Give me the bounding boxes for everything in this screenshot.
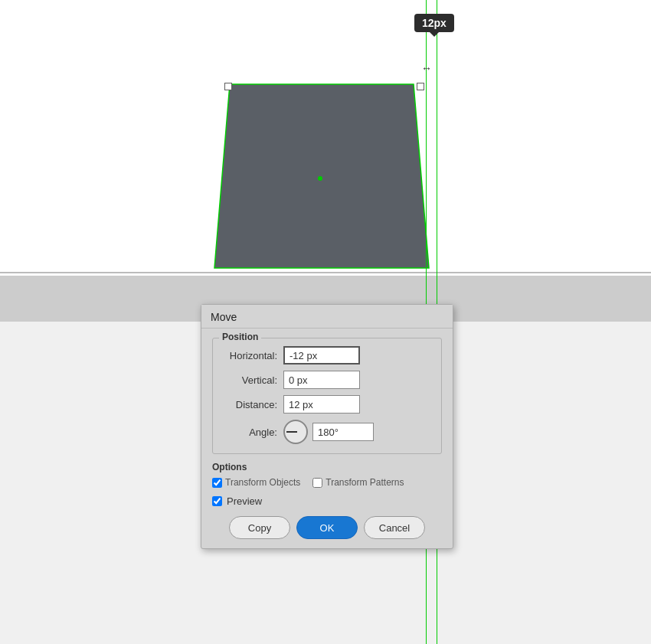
corner-handle-top-right[interactable]: [417, 83, 424, 90]
options-section: Options Transform Objects Transform Patt…: [212, 462, 442, 488]
cancel-button[interactable]: Cancel: [364, 516, 425, 539]
angle-label: Angle:: [222, 427, 283, 438]
resize-handle-icon: ↔: [420, 63, 433, 74]
vertical-input[interactable]: [283, 371, 360, 389]
dialog-body: Position Horizontal: Vertical: Distance:…: [201, 329, 453, 548]
transform-objects-item[interactable]: Transform Objects: [212, 477, 300, 488]
transform-patterns-checkbox[interactable]: [312, 478, 322, 488]
preview-row: Preview: [212, 495, 442, 507]
vertical-label: Vertical:: [222, 374, 283, 386]
horizontal-input[interactable]: [283, 346, 360, 364]
angle-dial[interactable]: [283, 420, 308, 444]
ok-button[interactable]: OK: [296, 516, 358, 539]
horizontal-label: Horizontal:: [222, 350, 283, 361]
options-label: Options: [212, 462, 442, 472]
shape-center-dot: [318, 176, 322, 181]
buttons-row: Copy OK Cancel: [212, 516, 442, 539]
angle-row: Angle:: [222, 420, 432, 444]
angle-input[interactable]: [312, 423, 374, 441]
dialog-title-bar: Move: [201, 305, 453, 329]
transform-patterns-label: Transform Patterns: [326, 477, 404, 488]
dialog-title: Move: [211, 311, 237, 323]
options-checkbox-row: Transform Objects Transform Patterns: [212, 477, 442, 488]
distance-input[interactable]: [283, 395, 360, 414]
distance-row: Distance:: [222, 395, 432, 414]
preview-checkbox[interactable]: [212, 496, 222, 506]
corner-handle-top-left[interactable]: [224, 83, 232, 90]
preview-label: Preview: [227, 495, 262, 507]
move-dialog: Move Position Horizontal: Vertical: Dist…: [201, 304, 453, 549]
transform-objects-label: Transform Objects: [225, 477, 300, 488]
horizontal-row: Horizontal:: [222, 346, 432, 364]
angle-line: [286, 431, 297, 433]
copy-button[interactable]: Copy: [229, 516, 290, 539]
position-group-label: Position: [219, 332, 261, 342]
vertical-row: Vertical:: [222, 371, 432, 389]
measurement-tooltip: 12px: [414, 14, 454, 32]
transform-objects-checkbox[interactable]: [212, 478, 222, 488]
distance-label: Distance:: [222, 399, 283, 410]
transform-patterns-item[interactable]: Transform Patterns: [312, 477, 404, 488]
position-group: Position Horizontal: Vertical: Distance:…: [212, 338, 442, 454]
